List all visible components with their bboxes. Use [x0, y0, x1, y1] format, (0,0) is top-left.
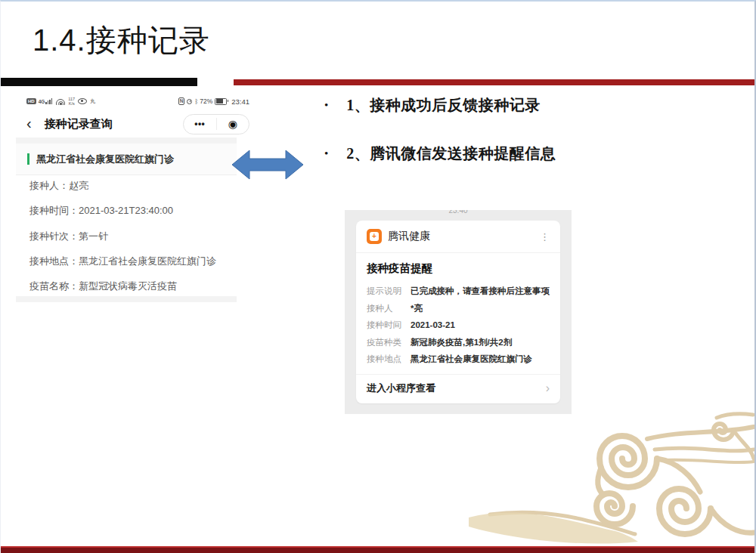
green-accent-bar — [27, 153, 29, 165]
more-menu-button[interactable]: ••• — [184, 119, 216, 129]
field-value: 赵亮 — [69, 180, 88, 191]
data-saver-icon: 丸 — [90, 97, 95, 105]
record-field-dose: 接种针次：第一针 — [29, 230, 108, 245]
row-value: 已完成接种，请查看接种后注意事项 — [411, 283, 550, 300]
notif-row-note: 提示说明已完成接种，请查看接种后注意事项 — [367, 283, 550, 300]
separator-band — [16, 137, 237, 144]
bullet-marker: • — [324, 99, 328, 112]
nav-title: 接种记录查询 — [45, 117, 113, 131]
notification-screenshot: 23:40 + 腾讯健康 ⋮ 接种疫苗提醒 提示说明已完成接种，请查看接种后注意… — [345, 210, 572, 414]
nfc-icon: N — [178, 97, 185, 105]
chevron-right-icon: › — [546, 382, 550, 394]
status-bar: HD 4G 117 K/s 丸 N ᛒ 72% 23:41 — [26, 95, 249, 107]
back-button[interactable]: ‹ — [26, 116, 32, 131]
kebab-menu-icon[interactable]: ⋮ — [540, 231, 550, 243]
notif-row-person: 接种人*亮 — [367, 300, 550, 317]
row-label: 接种人 — [367, 300, 411, 317]
field-value: 黑龙江省社会康复医院红旗门诊 — [79, 255, 216, 267]
notification-rows: 提示说明已完成接种，请查看接种后注意事项 接种人*亮 接种时间2021-03-2… — [356, 281, 560, 374]
divider-red-bar — [234, 79, 756, 85]
miniprogram-capsule: ••• ◉ — [183, 114, 249, 134]
signal-bars-icon — [45, 98, 53, 104]
network-speed: 117 K/s — [68, 97, 75, 106]
hd-icon: HD — [26, 98, 36, 104]
row-value: *亮 — [411, 300, 423, 317]
field-label: 疫苗名称： — [29, 280, 79, 292]
record-field-time: 接种时间：2021-03-21T23:40:00 — [29, 204, 173, 219]
close-target-button[interactable]: ◉ — [217, 118, 249, 130]
notif-row-location: 接种地点黑龙江省社会康复医院红旗门诊 — [367, 351, 550, 368]
field-value: 2021-03-21T23:40:00 — [79, 205, 173, 216]
row-value: 黑龙江省社会康复医院红旗门诊 — [411, 351, 532, 368]
battery-icon — [215, 98, 227, 105]
tencent-health-logo-icon: + — [367, 229, 382, 244]
presentation-slide: 1.4.接种记录 HD 4G 117 K/s 丸 N ᛒ 72% 23:41 ‹… — [0, 0, 756, 553]
nav-bar: ‹ 接种记录查询 ••• ◉ — [26, 110, 249, 137]
record-field-location: 接种地点：黑龙江省社会康复医院红旗门诊 — [29, 255, 216, 270]
field-label: 接种针次： — [29, 230, 79, 242]
eye-comfort-icon — [78, 98, 87, 104]
cloud-ornament — [467, 412, 754, 548]
alarm-icon — [187, 99, 192, 104]
wifi-icon — [56, 98, 65, 105]
notif-row-vaccine: 疫苗种类新冠肺炎疫苗,第1剂/共2剂 — [367, 334, 550, 351]
record-field-person: 接种人：赵亮 — [29, 179, 88, 194]
footer-text: 进入小程序查看 — [367, 382, 435, 395]
separator-band — [16, 296, 237, 302]
bullet-text: 1、接种成功后反馈接种记录 — [346, 95, 541, 116]
divider-black-bar — [1, 78, 197, 86]
bullet-text: 2、腾讯微信发送接种提醒信息 — [346, 144, 556, 164]
app-name: 腾讯健康 — [388, 230, 430, 243]
page-title: 1.4.接种记录 — [33, 20, 210, 61]
footer-maroon-bar — [1, 546, 754, 553]
row-label: 接种地点 — [367, 351, 411, 368]
field-value: 新型冠状病毒灭活疫苗 — [79, 280, 177, 292]
open-miniprogram-link[interactable]: 进入小程序查看 › — [356, 374, 560, 402]
logo-cross-glyph: + — [370, 232, 379, 241]
notification-header: + 腾讯健康 ⋮ — [356, 221, 560, 253]
row-label: 提示说明 — [367, 283, 411, 300]
field-value: 第一针 — [79, 230, 108, 242]
bullet-item-1: • 1、接种成功后反馈接种记录 — [324, 95, 541, 116]
field-label: 接种人： — [29, 180, 69, 191]
speed-unit: K/s — [68, 101, 75, 106]
clinic-name: 黑龙江省社会康复医院红旗门诊 — [36, 153, 174, 166]
bullet-item-2: • 2、腾讯微信发送接种提醒信息 — [324, 144, 556, 164]
row-label: 疫苗种类 — [367, 334, 411, 351]
chat-timestamp: 23:40 — [345, 210, 572, 215]
status-time: 23:41 — [231, 97, 249, 106]
double-arrow-icon — [232, 148, 303, 181]
row-label: 接种时间 — [367, 317, 411, 334]
row-value: 2021-03-21 — [411, 317, 455, 334]
field-label: 接种时间： — [29, 205, 79, 216]
record-header-row[interactable]: 黑龙江省社会康复医院红旗门诊 — [16, 144, 237, 175]
field-label: 接种地点： — [29, 255, 79, 267]
notification-title: 接种疫苗提醒 — [356, 253, 560, 281]
battery-percent: 72% — [200, 97, 212, 105]
row-value: 新冠肺炎疫苗,第1剂/共2剂 — [411, 334, 512, 351]
record-field-vaccine: 疫苗名称：新型冠状病毒灭活疫苗 — [29, 280, 177, 295]
bluetooth-icon: ᛒ — [194, 98, 198, 105]
notification-card: + 腾讯健康 ⋮ 接种疫苗提醒 提示说明已完成接种，请查看接种后注意事项 接种人… — [356, 221, 560, 403]
bullet-marker: • — [324, 147, 328, 160]
notif-row-time: 接种时间2021-03-21 — [367, 317, 550, 334]
network-4g-icon: 4G — [39, 99, 45, 104]
record-query-screenshot: HD 4G 117 K/s 丸 N ᛒ 72% 23:41 ‹ 接种记录查询 •… — [11, 91, 259, 305]
